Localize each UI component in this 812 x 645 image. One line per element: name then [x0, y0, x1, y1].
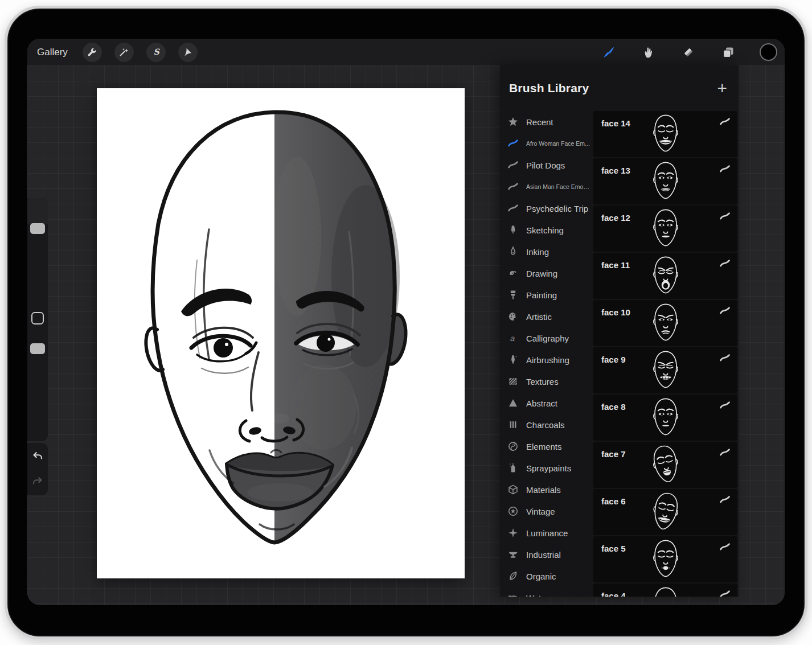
brush-item-face-12[interactable]: face 12 — [593, 206, 737, 252]
brush-library-panel: Brush Library + RecentAfro Woman Face Em… — [500, 65, 739, 597]
brush-set-asian-man-face-emot[interactable]: Asian Man Face Emot... — [507, 176, 593, 198]
undo-button[interactable] — [31, 450, 44, 462]
brush-item-face-11[interactable]: face 11 — [593, 253, 737, 299]
brush-set-label: Charcoals — [526, 420, 565, 430]
wrench-button[interactable] — [83, 43, 102, 62]
leaf-icon — [507, 570, 519, 582]
brush-stroke-icon — [719, 494, 731, 506]
svg-text:a: a — [510, 334, 515, 343]
brush-set-list[interactable]: RecentAfro Woman Face Em...Pilot DogsAsi… — [500, 111, 593, 597]
cube-icon — [507, 483, 519, 496]
brush-name: face 13 — [601, 166, 630, 175]
brush-item-face-8[interactable]: face 8 — [593, 395, 737, 441]
brush-set-afro-woman-face-em[interactable]: Afro Woman Face Em... — [507, 133, 593, 154]
brush-set-label: Abstract — [526, 398, 557, 408]
brush-set-airbrushing[interactable]: Airbrushing — [507, 349, 593, 371]
modify-square-button[interactable] — [31, 312, 44, 324]
brush-thumbnail — [649, 537, 682, 582]
brush-set-painting[interactable]: Painting — [507, 284, 593, 306]
brush-item-face-14[interactable]: face 14 — [593, 111, 737, 157]
brush-opacity-slider-handle[interactable] — [30, 343, 45, 354]
brush-set-wat[interactable]: Wat... — [507, 587, 593, 597]
brush-set-label: Painting — [526, 290, 557, 300]
airbrush-icon — [507, 354, 519, 366]
layers-icon — [721, 46, 735, 59]
brush-stroke-icon — [719, 116, 731, 128]
brush-set-luminance[interactable]: Luminance — [507, 522, 593, 544]
selection-s-button[interactable]: S — [146, 43, 166, 62]
brush-set-recent[interactable]: Recent — [507, 111, 593, 133]
brush-set-artistic[interactable]: Artistic — [507, 306, 593, 327]
brush-set-industrial[interactable]: Industrial — [507, 544, 593, 565]
color-swatch-button[interactable] — [758, 43, 778, 62]
brush-name: face 10 — [601, 307, 630, 317]
svg-text:S: S — [154, 47, 161, 56]
brush-set-vintage[interactable]: Vintage — [507, 500, 593, 522]
brush-thumbnail — [649, 206, 682, 252]
brush-set-elements[interactable]: Elements — [507, 436, 593, 457]
brush-set-label: Elements — [526, 442, 562, 451]
redo-button[interactable] — [31, 475, 44, 487]
brush-item-face-13[interactable]: face 13 — [593, 158, 737, 204]
side-toolbar-sliders — [27, 198, 48, 441]
slider-track-fill — [27, 198, 48, 224]
eraser-button[interactable] — [679, 43, 698, 62]
brush-set-abstract[interactable]: Abstract — [507, 392, 593, 414]
brush-set-calligraphy[interactable]: aCalligraphy — [507, 327, 593, 349]
brush-name: face 11 — [601, 260, 630, 270]
wrench-icon — [87, 47, 97, 57]
brush-set-label: Drawing — [526, 269, 557, 278]
brush-item-face-4[interactable]: face 4 — [593, 584, 737, 597]
magic-wand-button[interactable] — [114, 43, 134, 62]
brush-stroke-icon — [507, 159, 519, 171]
add-brush-button[interactable]: + — [717, 80, 727, 97]
brush-size-slider-handle[interactable] — [30, 223, 45, 234]
elements-icon — [507, 440, 519, 453]
brush-set-label: Textures — [526, 377, 559, 387]
ipad-device-frame: Gallery S — [5, 6, 807, 639]
brush-set-label: Recent — [526, 117, 553, 127]
brush-set-spraypaints[interactable]: Spraypaints — [507, 457, 593, 479]
brush-thumbnail — [649, 584, 682, 597]
layers-button[interactable] — [719, 43, 738, 62]
brush-set-inking[interactable]: Inking — [507, 241, 593, 262]
brush-set-materials[interactable]: Materials — [507, 479, 593, 500]
brush-set-organic[interactable]: Organic — [507, 565, 593, 587]
panel-title: Brush Library — [509, 81, 589, 95]
gallery-button[interactable]: Gallery — [37, 47, 68, 58]
brush-set-label: Materials — [526, 485, 561, 495]
brush-stroke-icon — [719, 305, 731, 317]
brush-set-sketching[interactable]: Sketching — [507, 219, 593, 241]
brush-set-psychedelic-trip[interactable]: Psychedelic Trip — [507, 198, 593, 219]
brush-set-drawing[interactable]: Drawing — [507, 262, 593, 284]
brush-set-pilot-dogs[interactable]: Pilot Dogs — [507, 154, 593, 176]
brush-list[interactable]: face 14face 13face 12face 11face 10face … — [593, 111, 739, 597]
canvas-artboard[interactable] — [97, 88, 465, 578]
transform-arrow-icon — [182, 47, 193, 57]
brush-item-face-6[interactable]: face 6 — [593, 489, 737, 535]
pencil-icon — [507, 224, 519, 236]
sparkle-icon — [507, 527, 519, 539]
brush-thumbnail — [649, 442, 682, 488]
brush-set-label: Asian Man Face Emot... — [526, 183, 590, 190]
procreate-app: Gallery S — [27, 39, 785, 605]
brush-stroke-icon — [507, 202, 519, 215]
smudge-button[interactable] — [639, 43, 658, 62]
brush-thumbnail — [649, 301, 682, 346]
brush-item-face-9[interactable]: face 9 — [593, 347, 737, 393]
brush-item-face-10[interactable]: face 10 — [593, 300, 737, 346]
transform-arrow-button[interactable] — [178, 43, 198, 62]
paint-brush-button[interactable] — [599, 43, 618, 62]
canvas-workspace[interactable]: Brush Library + RecentAfro Woman Face Em… — [27, 65, 785, 605]
canvas-artwork — [97, 88, 465, 578]
brush-set-label: Inking — [526, 247, 549, 257]
brush-name: face 12 — [601, 213, 630, 223]
brush-stroke-icon — [719, 447, 731, 458]
brush-set-charcoals[interactable]: Charcoals — [507, 414, 593, 436]
star-circle-icon — [507, 505, 519, 517]
texture-icon — [507, 375, 519, 388]
brush-set-textures[interactable]: Textures — [507, 371, 593, 392]
brush-item-face-5[interactable]: face 5 — [593, 536, 737, 582]
eraser-icon — [682, 46, 695, 59]
brush-item-face-7[interactable]: face 7 — [593, 442, 737, 488]
